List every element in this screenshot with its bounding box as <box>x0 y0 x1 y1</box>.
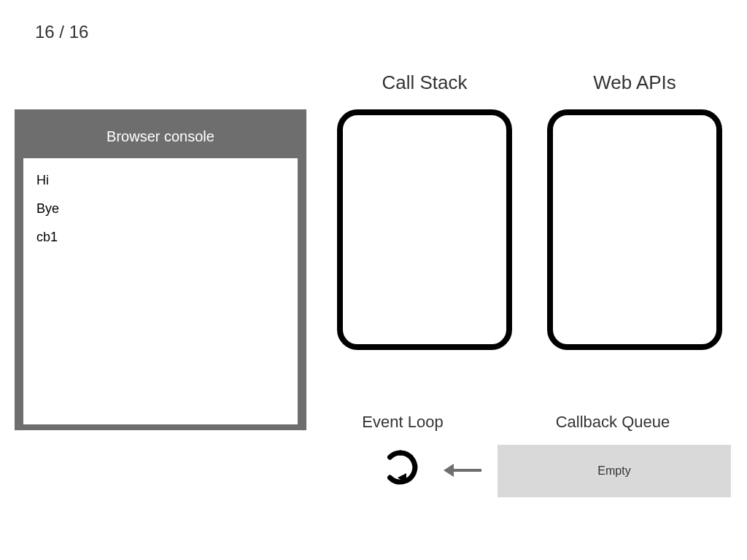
callstack-box <box>337 109 512 350</box>
callbackqueue-label: Callback Queue <box>511 413 715 432</box>
callback-queue-box: Empty <box>498 445 731 497</box>
console-line: Hi <box>36 173 285 188</box>
console-line: cb1 <box>36 230 285 245</box>
webapis-label: Web APIs <box>547 71 722 94</box>
eventloop-label: Event Loop <box>337 413 468 432</box>
loop-icon <box>382 448 419 486</box>
browser-console-panel: Browser console Hi Bye cb1 <box>15 109 306 430</box>
arrow-left-icon <box>444 464 481 477</box>
step-counter: 16 / 16 <box>35 22 88 42</box>
webapis-box <box>547 109 722 350</box>
browser-console-title: Browser console <box>23 118 298 158</box>
console-line: Bye <box>36 201 285 217</box>
callstack-label: Call Stack <box>337 71 512 94</box>
callback-queue-status: Empty <box>597 464 630 478</box>
browser-console-output: Hi Bye cb1 <box>23 158 298 424</box>
